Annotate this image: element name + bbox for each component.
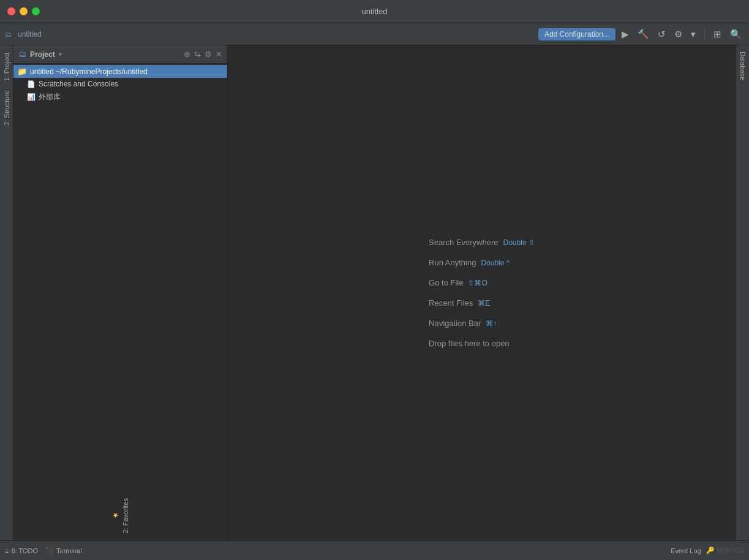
database-panel-label[interactable]: Database: [738, 45, 748, 86]
add-folder-icon[interactable]: ⊕: [184, 50, 190, 59]
rerun-button[interactable]: ↺: [655, 28, 668, 41]
event-log-label: Event Log: [671, 547, 701, 554]
hint-run-anything: Run Anything Double ^: [429, 258, 510, 267]
add-configuration-button[interactable]: Add Configuration...: [538, 28, 615, 40]
project-folder-icon: 🗂: [18, 50, 26, 59]
editor-hints: Search Everywhere Double ⇧ Run Anything …: [429, 238, 535, 348]
build-icon: 🔨: [638, 29, 649, 40]
build-button[interactable]: 🔨: [635, 28, 652, 41]
right-side-panel: Database: [736, 45, 749, 540]
minimize-button[interactable]: [20, 7, 28, 15]
tree-item-extlib[interactable]: 📊 外部库: [13, 90, 227, 104]
search-icon: 🔍: [730, 29, 742, 40]
tree-item-scratches[interactable]: 📄 Scratches and Consoles: [13, 78, 227, 90]
window-title: untitled: [362, 7, 388, 16]
terminal-label: Terminal: [56, 547, 82, 554]
layout-icon: ⊞: [713, 29, 721, 40]
chevron-down-icon: ▾: [691, 29, 696, 40]
project-panel: 🗂 Project ▾ ⊕ ⇆ ⚙ ✕ 📁 untitled ~/Rubymin…: [13, 45, 228, 540]
folder-open-icon: 📁: [17, 67, 27, 76]
hint-label-drop: Drop files here to open: [429, 339, 510, 348]
hint-goto-file: Go to File ⇧⌘O: [429, 278, 487, 287]
project-panel-title: Project: [30, 50, 55, 59]
collapse-icon[interactable]: ⇆: [194, 50, 201, 59]
layout-button[interactable]: ⊞: [711, 28, 724, 41]
watermark: 🔑 软件SOS: [706, 546, 744, 555]
rerun-icon: ↺: [658, 29, 666, 40]
todo-label: 6: TODO: [11, 547, 38, 554]
settings-icon[interactable]: ⚙: [205, 50, 212, 59]
search-button[interactable]: 🔍: [728, 28, 744, 41]
favorites-text: 2: Favorites: [122, 498, 129, 533]
hint-recent-files: Recent Files ⌘E: [429, 298, 490, 308]
watermark-icon: 🔑: [706, 547, 715, 554]
hint-label-search: Search Everywhere: [429, 238, 498, 247]
project-panel-header: 🗂 Project ▾ ⊕ ⇆ ⚙ ✕: [13, 45, 227, 64]
dropdown-button[interactable]: ▾: [688, 28, 698, 41]
hint-shortcut-run: Double ^: [481, 259, 510, 267]
hint-label-run: Run Anything: [429, 258, 476, 267]
favorites-label[interactable]: ★ 2: Favorites: [111, 498, 129, 533]
close-panel-icon[interactable]: ✕: [216, 50, 222, 59]
sidebar-item-structure[interactable]: 2: Structure: [2, 86, 12, 131]
bottom-bar: ≡ 6: TODO ⬛ Terminal Event Log 🔑 软件SOS: [0, 540, 749, 560]
tree-item-label: untitled ~/RubymineProjects/untitled: [30, 67, 148, 76]
terminal-button[interactable]: ⬛ Terminal: [45, 547, 82, 554]
tree-item-label: 外部库: [39, 92, 61, 102]
terminal-icon: ⬛: [45, 547, 54, 554]
todo-panel-button[interactable]: ≡ 6: TODO: [5, 547, 38, 554]
coverage-button[interactable]: ⚙: [672, 28, 685, 41]
hint-drop-files: Drop files here to open: [429, 339, 510, 348]
run-button[interactable]: ▶: [619, 28, 631, 41]
star-icon: ★: [111, 511, 120, 520]
project-tree: 📁 untitled ~/RubymineProjects/untitled 📄…: [13, 64, 227, 498]
hint-shortcut-goto: ⇧⌘O: [468, 279, 487, 287]
hint-shortcut-nav: ⌘↑: [486, 319, 497, 328]
bottom-right: Event Log 🔑 软件SOS: [671, 546, 744, 555]
editor-area: Search Everywhere Double ⇧ Run Anything …: [228, 45, 736, 540]
coverage-icon: ⚙: [674, 29, 682, 40]
event-log-button[interactable]: Event Log: [671, 547, 701, 554]
hint-label-nav: Navigation Bar: [429, 319, 481, 328]
hint-label-recent: Recent Files: [429, 298, 473, 308]
title-bar: untitled: [0, 0, 749, 23]
hint-shortcut-search: Double ⇧: [503, 238, 535, 247]
maximize-button[interactable]: [32, 7, 40, 15]
chevron-down-icon: ▾: [59, 51, 62, 58]
extlib-icon: 📊: [27, 93, 36, 101]
list-icon: ≡: [5, 547, 9, 554]
tree-item-label: Scratches and Consoles: [39, 80, 118, 88]
toolbar-project-label: untitled: [18, 30, 42, 39]
hint-navigation-bar: Navigation Bar ⌘↑: [429, 319, 497, 328]
scratches-icon: 📄: [27, 80, 36, 88]
close-button[interactable]: [7, 7, 15, 15]
sidebar-item-project[interactable]: 1: Project: [2, 48, 12, 86]
hint-shortcut-recent: ⌘E: [478, 299, 490, 308]
toolbar: 🗂 untitled Add Configuration... ▶ 🔨 ↺ ⚙ …: [0, 23, 749, 45]
hint-label-goto: Go to File: [429, 278, 463, 287]
tree-item-project-root[interactable]: 📁 untitled ~/RubymineProjects/untitled: [13, 65, 227, 78]
run-icon: ▶: [622, 29, 629, 40]
left-side-panel: 1: Project 2: Structure: [0, 45, 13, 540]
main-layout: 1: Project 2: Structure 🗂 Project ▾ ⊕ ⇆ …: [0, 45, 749, 540]
hint-search-everywhere: Search Everywhere Double ⇧: [429, 238, 535, 247]
traffic-lights: [7, 7, 40, 15]
